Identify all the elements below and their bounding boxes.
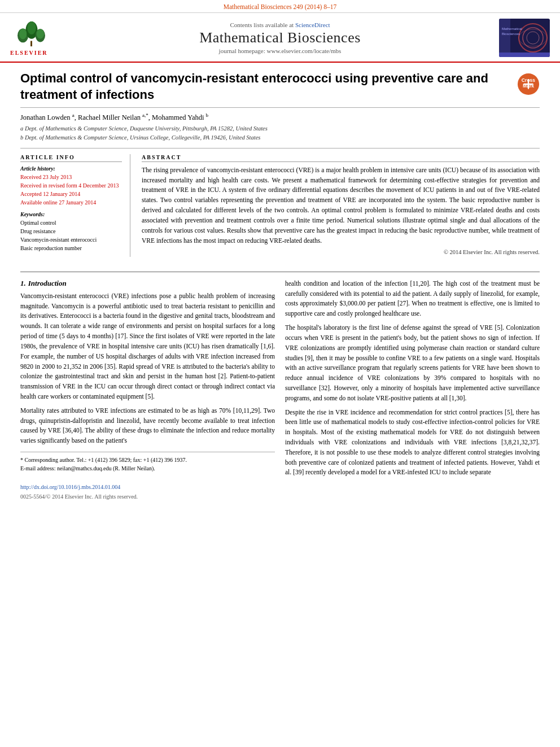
crossmark-badge[interactable]: Cross Mark <box>517 73 540 98</box>
article-title: Optimal control of vancomycin-resistant … <box>20 71 510 103</box>
main-content: Optimal control of vancomycin-resistant … <box>0 63 560 265</box>
svg-rect-8 <box>499 19 510 57</box>
keyword-1: Optimal control <box>20 219 122 227</box>
intro-para-1: Vancomycin-resistant enterococci (VRE) i… <box>20 291 275 402</box>
history-label: Article history: <box>20 165 122 172</box>
article-info-abstract-section: ARTICLE INFO Article history: Received 2… <box>20 148 540 257</box>
journal-ref-text: Mathematical Biosciences 249 (2014) 8–17 <box>224 3 337 10</box>
abstract-heading: ABSTRACT <box>142 154 540 162</box>
elsevier-wordmark: ELSEVIER <box>10 50 48 56</box>
body-content: 1.Introduction Vancomycin-resistant ente… <box>0 279 560 482</box>
section-divider <box>20 272 540 272</box>
elsevier-logo-area: ELSEVIER <box>10 20 72 56</box>
abstract-panel: ABSTRACT The rising prevalence of vancom… <box>142 154 540 257</box>
right-para-2: The hospital's laboratory is the first l… <box>285 323 540 404</box>
article-info-panel: ARTICLE INFO Article history: Received 2… <box>20 154 130 257</box>
bottom-copyright: 0025-5564/© 2014 Elsevier Inc. All right… <box>0 492 560 503</box>
these-word: these <box>123 427 136 434</box>
journal-cover-image: Mathematical Biosciences <box>499 19 550 57</box>
svg-text:Biosciences: Biosciences <box>502 32 520 36</box>
abstract-text: The rising prevalence of vancomycin-resi… <box>142 165 540 246</box>
right-para-3: Despite the rise in VRE incidence and re… <box>285 408 540 478</box>
svg-point-6 <box>37 29 44 38</box>
section-title-text: Introduction <box>28 279 67 287</box>
section-number: 1. <box>20 279 26 287</box>
journal-reference-bar: Mathematical Biosciences 249 (2014) 8–17 <box>0 0 560 13</box>
affiliation-a: a Dept. of Mathematics & Computer Scienc… <box>20 124 540 133</box>
journal-title: Mathematical Biosciences <box>72 29 488 46</box>
keywords-label: Keywords: <box>20 211 122 217</box>
keyword-2: Drug resistance <box>20 227 122 235</box>
journal-cover-thumbnail: Mathematical Biosciences <box>488 19 550 57</box>
keyword-4: Basic reproduction number <box>20 244 122 252</box>
authors-line: Jonathan Lowden a, Rachael Miller Neilan… <box>20 112 540 122</box>
journal-header-center: Contents lists available at ScienceDirec… <box>72 21 488 54</box>
footnote-corresponding: * Corresponding author. Tel.: +1 (412) 3… <box>20 456 275 464</box>
contents-available-text: Contents lists available at ScienceDirec… <box>72 21 488 28</box>
svg-text:Mathematical: Mathematical <box>502 27 522 30</box>
copyright-line: © 2014 Elsevier Inc. All rights reserved… <box>142 249 540 255</box>
footnote-section: * Corresponding author. Tel.: +1 (412) 3… <box>20 452 275 473</box>
article-title-section: Optimal control of vancomycin-resistant … <box>20 71 540 108</box>
svg-rect-0 <box>30 41 32 46</box>
footnote-email: E-mail address: neilan@mathcs.duq.edu (R… <box>20 464 275 473</box>
affiliations: a Dept. of Mathematics & Computer Scienc… <box>20 124 540 142</box>
received-date: Received 23 July 2013 Received in revise… <box>20 173 122 207</box>
svg-rect-15 <box>499 53 550 57</box>
article-info-heading: ARTICLE INFO <box>20 154 122 162</box>
intro-section-title: 1.Introduction <box>20 279 275 288</box>
svg-point-5 <box>27 21 36 34</box>
author-jonathan: Jonathan Lowden a, Rachael Miller Neilan… <box>20 113 208 121</box>
article-history: Article history: Received 23 July 2013 R… <box>20 165 122 207</box>
keywords-section: Keywords: Optimal control Drug resistanc… <box>20 211 122 252</box>
body-right-column: health condition and location of the inf… <box>285 279 540 482</box>
science-direct-link[interactable]: ScienceDirect <box>295 21 330 28</box>
affiliation-b: b Dept. of Mathematics & Computer Scienc… <box>20 133 540 142</box>
svg-point-4 <box>19 28 27 39</box>
doi-link[interactable]: http://dx.doi.org/10.1016/j.mbs.2014.01.… <box>20 484 120 490</box>
journal-header: ELSEVIER Contents lists available at Sci… <box>0 13 560 63</box>
elsevier-tree-icon <box>10 20 53 47</box>
intro-para-2: Mortality rates attributed to VRE infect… <box>20 406 275 446</box>
journal-homepage-text: journal homepage: www.elsevier.com/locat… <box>72 47 488 54</box>
right-para-1: health condition and location of the inf… <box>285 279 540 319</box>
bottom-doi: http://dx.doi.org/10.1016/j.mbs.2014.01.… <box>0 482 560 492</box>
keyword-3: Vancomycin-resistant enterococci <box>20 235 122 244</box>
body-left-column: 1.Introduction Vancomycin-resistant ente… <box>20 279 275 482</box>
